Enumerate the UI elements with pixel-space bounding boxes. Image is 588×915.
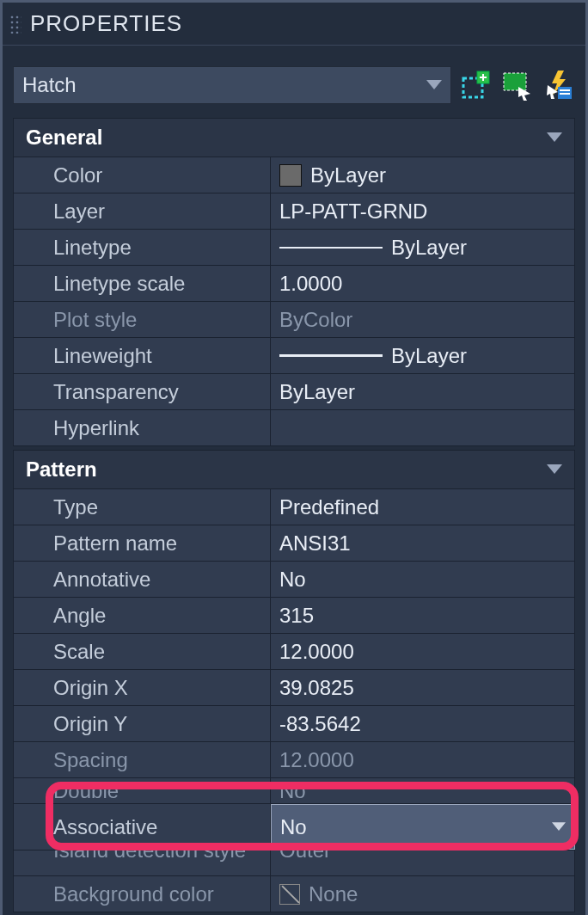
label-scale: Scale bbox=[13, 634, 271, 669]
line-sample-icon bbox=[279, 247, 383, 249]
label-transparency: Transparency bbox=[13, 374, 271, 409]
chevron-down-icon bbox=[547, 464, 562, 475]
row-color: Color ByLayer bbox=[13, 157, 575, 193]
svg-marker-13 bbox=[547, 464, 562, 474]
transparency-text: ByLayer bbox=[279, 380, 355, 404]
section-title: General bbox=[26, 126, 102, 150]
origin-y-text: -83.5642 bbox=[279, 712, 361, 736]
section-header-general[interactable]: General bbox=[13, 118, 575, 157]
object-type-dropdown[interactable]: Hatch bbox=[13, 66, 451, 104]
row-origin-y: Origin Y -83.5642 bbox=[13, 706, 575, 742]
value-island: Outer bbox=[271, 851, 575, 875]
spacing-text: 12.0000 bbox=[279, 748, 354, 772]
angle-text: 315 bbox=[279, 604, 314, 628]
value-ltscale[interactable]: 1.0000 bbox=[271, 266, 575, 301]
section-pattern: Pattern Type Predefined Pattern name ANS… bbox=[13, 450, 575, 912]
svg-marker-12 bbox=[547, 132, 562, 142]
label-type: Type bbox=[13, 489, 271, 525]
panel-title: PROPERTIES bbox=[30, 10, 182, 37]
value-type[interactable]: Predefined bbox=[271, 489, 575, 525]
chevron-down-icon bbox=[547, 132, 562, 143]
lineweight-text: ByLayer bbox=[391, 344, 467, 368]
type-text: Predefined bbox=[279, 495, 379, 519]
bgcolor-text: None bbox=[309, 882, 358, 906]
label-associative: Associative bbox=[13, 804, 271, 850]
value-pattern-name[interactable]: ANSI31 bbox=[271, 525, 575, 561]
quick-select-button[interactable] bbox=[499, 68, 534, 102]
label-double: Double bbox=[13, 778, 271, 803]
label-layer: Layer bbox=[13, 193, 271, 229]
row-origin-x: Origin X 39.0825 bbox=[13, 670, 575, 706]
associative-text: No bbox=[280, 815, 307, 839]
quick-properties-button[interactable] bbox=[541, 68, 575, 102]
grip-icon[interactable] bbox=[9, 15, 21, 34]
value-lineweight[interactable]: ByLayer bbox=[271, 338, 575, 373]
label-origin-x: Origin X bbox=[13, 670, 271, 705]
label-pattern-name: Pattern name bbox=[13, 525, 271, 561]
label-color: Color bbox=[13, 157, 271, 193]
value-angle[interactable]: 315 bbox=[271, 598, 575, 633]
row-transparency: Transparency ByLayer bbox=[13, 374, 575, 410]
object-type-label: Hatch bbox=[22, 73, 77, 97]
properties-panel: PROPERTIES Hatch bbox=[0, 0, 588, 915]
none-swatch-icon bbox=[279, 884, 300, 905]
pattern-name-text: ANSI31 bbox=[279, 531, 351, 556]
ltscale-text: 1.0000 bbox=[279, 272, 342, 296]
island-text: Outer bbox=[279, 851, 331, 863]
row-spacing: Spacing 12.0000 bbox=[13, 742, 575, 778]
svg-rect-5 bbox=[504, 73, 526, 90]
label-plotstyle: Plot style bbox=[13, 302, 271, 337]
scale-text: 12.0000 bbox=[279, 640, 354, 664]
add-to-selection-button[interactable] bbox=[458, 68, 493, 102]
chevron-down-icon bbox=[552, 822, 566, 832]
svg-marker-0 bbox=[426, 80, 442, 89]
label-spacing: Spacing bbox=[13, 742, 271, 777]
value-linetype[interactable]: ByLayer bbox=[271, 230, 575, 265]
panel-titlebar[interactable]: PROPERTIES bbox=[3, 3, 585, 46]
row-hyperlink: Hyperlink bbox=[13, 410, 575, 446]
value-transparency[interactable]: ByLayer bbox=[271, 374, 575, 409]
origin-x-text: 39.0825 bbox=[279, 676, 354, 700]
value-plotstyle: ByColor bbox=[271, 302, 575, 337]
row-plotstyle: Plot style ByColor bbox=[13, 302, 575, 338]
section-header-pattern[interactable]: Pattern bbox=[13, 450, 575, 489]
label-linetype: Linetype bbox=[13, 230, 271, 265]
value-color[interactable]: ByLayer bbox=[271, 157, 575, 193]
value-bgcolor[interactable]: None bbox=[271, 876, 575, 912]
row-annotative: Annotative No bbox=[13, 562, 575, 598]
linetype-text: ByLayer bbox=[391, 236, 467, 260]
color-text: ByLayer bbox=[310, 163, 386, 187]
double-text: No bbox=[279, 779, 306, 803]
top-toolbar: Hatch bbox=[13, 66, 575, 104]
value-double: No bbox=[271, 778, 575, 803]
panel-body: Hatch bbox=[3, 46, 585, 915]
line-sample-icon bbox=[279, 354, 383, 357]
section-title: Pattern bbox=[26, 458, 97, 482]
label-angle: Angle bbox=[13, 598, 271, 633]
label-island: Island detection style bbox=[13, 851, 271, 875]
row-layer: Layer LP-PATT-GRND bbox=[13, 193, 575, 230]
row-background-color: Background color None bbox=[13, 876, 575, 912]
label-bgcolor: Background color bbox=[13, 876, 271, 912]
value-associative[interactable]: No bbox=[271, 804, 575, 850]
value-hyperlink[interactable] bbox=[271, 410, 575, 445]
row-lineweight: Lineweight ByLayer bbox=[13, 338, 575, 374]
section-general: General Color ByLayer Layer LP-PATT-GRND bbox=[13, 118, 575, 446]
label-ltscale: Linetype scale bbox=[13, 266, 271, 301]
value-scale[interactable]: 12.0000 bbox=[271, 634, 575, 669]
row-ltscale: Linetype scale 1.0000 bbox=[13, 266, 575, 302]
label-hyperlink: Hyperlink bbox=[13, 410, 271, 445]
chevron-down-icon bbox=[426, 80, 442, 90]
row-type: Type Predefined bbox=[13, 489, 575, 525]
value-origin-x[interactable]: 39.0825 bbox=[271, 670, 575, 705]
value-annotative[interactable]: No bbox=[271, 562, 575, 597]
row-associative: Associative No bbox=[13, 804, 575, 851]
row-scale: Scale 12.0000 bbox=[13, 634, 575, 670]
value-layer[interactable]: LP-PATT-GRND bbox=[271, 193, 575, 229]
svg-marker-14 bbox=[552, 822, 566, 831]
value-spacing: 12.0000 bbox=[271, 742, 575, 777]
value-origin-y[interactable]: -83.5642 bbox=[271, 706, 575, 741]
plotstyle-text: ByColor bbox=[279, 308, 352, 332]
layer-text: LP-PATT-GRND bbox=[279, 200, 427, 224]
annotative-text: No bbox=[279, 568, 306, 592]
